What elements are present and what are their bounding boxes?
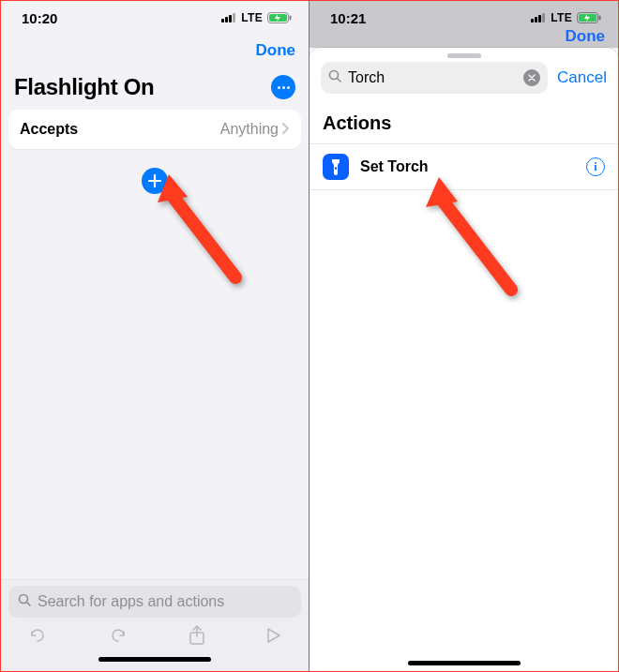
- svg-rect-1: [225, 17, 228, 22]
- phone-screen-right: 10:21 LTE Done: [310, 1, 618, 671]
- battery-icon: [267, 12, 292, 23]
- torch-icon: [323, 154, 349, 180]
- svg-line-19: [338, 78, 341, 82]
- search-row: Torch Cancel: [310, 62, 618, 101]
- toolbar: [8, 618, 301, 650]
- battery-icon: [577, 12, 601, 23]
- sheet-grabber[interactable]: [447, 53, 481, 58]
- action-search-sheet: Torch Cancel Actions Set Torch i: [310, 48, 618, 671]
- done-button-dimmed: Done: [566, 27, 606, 46]
- status-time: 10:20: [22, 10, 57, 26]
- add-action-row: [1, 149, 309, 200]
- signal-icon: [531, 13, 546, 22]
- home-indicator: [408, 661, 521, 665]
- home-indicator: [98, 657, 211, 662]
- search-icon: [328, 69, 342, 87]
- share-button[interactable]: [189, 625, 205, 650]
- title-row: Flashlight On: [1, 67, 309, 110]
- svg-rect-11: [531, 19, 534, 22]
- network-label: LTE: [551, 11, 572, 24]
- svg-rect-17: [599, 16, 601, 21]
- section-title: Actions: [310, 101, 618, 143]
- search-placeholder: Search for apps and actions: [38, 593, 224, 610]
- search-query-text: Torch: [348, 69, 518, 86]
- accepts-card[interactable]: Accepts Anything: [8, 110, 301, 149]
- search-input[interactable]: Torch: [321, 62, 548, 94]
- svg-rect-20: [335, 167, 337, 170]
- clear-search-button[interactable]: [523, 69, 540, 86]
- action-label: Set Torch: [360, 158, 575, 175]
- svg-rect-6: [290, 16, 292, 21]
- undo-button[interactable]: [27, 626, 48, 649]
- status-time: 10:21: [330, 10, 366, 26]
- done-button[interactable]: Done: [256, 41, 296, 60]
- more-button[interactable]: [271, 75, 295, 99]
- bottom-bar: Search for apps and actions: [1, 579, 309, 671]
- add-action-button[interactable]: [142, 168, 168, 194]
- dimmed-background: 10:21 LTE Done: [310, 1, 618, 48]
- accepts-label: Accepts: [20, 121, 78, 138]
- svg-rect-14: [542, 13, 545, 22]
- chevron-right-icon: [282, 121, 290, 138]
- accepts-value-text: Anything: [220, 121, 279, 138]
- svg-rect-2: [229, 15, 232, 22]
- nav-bar: Done: [1, 35, 309, 67]
- svg-line-10: [169, 191, 235, 277]
- network-label: LTE: [241, 11, 263, 24]
- run-button[interactable]: [265, 627, 282, 648]
- info-button[interactable]: i: [586, 157, 605, 176]
- search-input[interactable]: Search for apps and actions: [8, 586, 301, 618]
- svg-rect-13: [538, 15, 541, 22]
- status-right: LTE: [531, 11, 601, 24]
- svg-line-8: [27, 602, 31, 605]
- search-icon: [18, 593, 32, 611]
- cancel-button[interactable]: Cancel: [557, 68, 607, 87]
- svg-rect-3: [233, 13, 235, 22]
- signal-icon: [221, 13, 236, 22]
- svg-rect-12: [535, 17, 537, 22]
- status-bar: 10:20 LTE: [1, 1, 309, 35]
- redo-button[interactable]: [108, 626, 128, 649]
- status-right: LTE: [221, 11, 292, 24]
- phone-screen-left: 10:20 LTE Done Flashlight On Accepts: [1, 1, 310, 671]
- svg-rect-0: [221, 19, 224, 22]
- page-title: Flashlight On: [14, 74, 154, 100]
- accepts-value: Anything: [220, 121, 290, 138]
- action-row-set-torch[interactable]: Set Torch i: [310, 144, 618, 190]
